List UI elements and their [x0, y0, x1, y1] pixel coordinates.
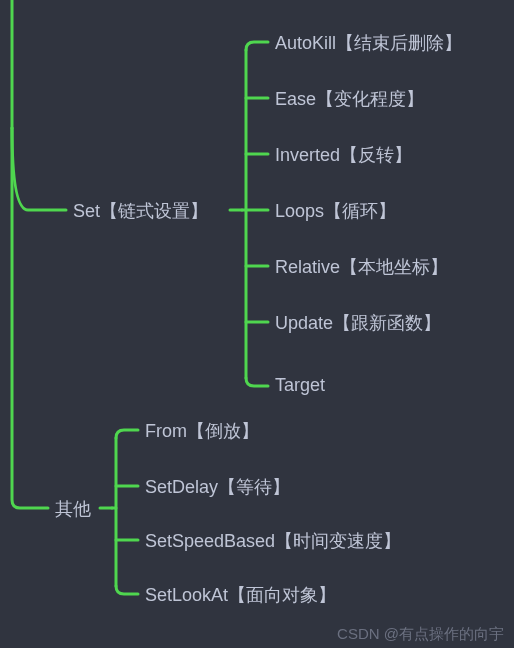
- node-other: 其他: [55, 497, 91, 521]
- csdn-watermark: CSDN @有点操作的向宇: [337, 625, 504, 644]
- node-inverted: Inverted【反转】: [275, 143, 412, 167]
- node-loops: Loops【循环】: [275, 199, 396, 223]
- node-autokill: AutoKill【结束后删除】: [275, 31, 462, 55]
- node-setlookat: SetLookAt【面向对象】: [145, 583, 336, 607]
- node-setdelay: SetDelay【等待】: [145, 475, 290, 499]
- node-from: From【倒放】: [145, 419, 259, 443]
- node-update: Update【跟新函数】: [275, 311, 441, 335]
- node-set: Set【链式设置】: [73, 199, 208, 223]
- node-relative: Relative【本地坐标】: [275, 255, 448, 279]
- node-target: Target: [275, 375, 325, 396]
- node-ease: Ease【变化程度】: [275, 87, 424, 111]
- node-setspeedbased: SetSpeedBased【时间变速度】: [145, 529, 401, 553]
